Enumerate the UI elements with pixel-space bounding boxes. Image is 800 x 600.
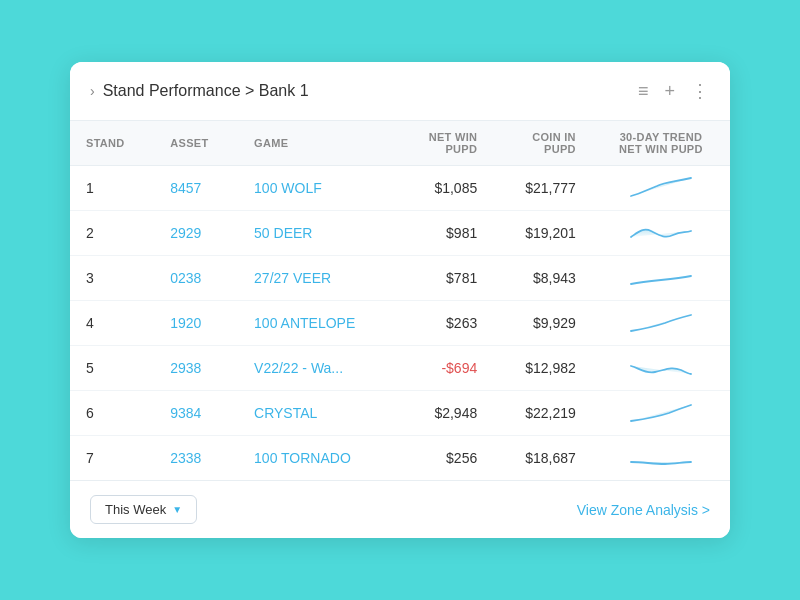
- table-row: 3 0238 27/27 VEER $781 $8,943: [70, 256, 730, 301]
- table-row: 2 2929 50 DEER $981 $19,201: [70, 211, 730, 256]
- week-filter-button[interactable]: This Week ▼: [90, 495, 197, 524]
- table-row: 7 2338 100 TORNADO $256 $18,687: [70, 436, 730, 481]
- net-win-value: $263: [397, 301, 493, 346]
- dropdown-arrow-icon: ▼: [172, 504, 182, 515]
- trend-chart: [592, 346, 730, 391]
- col-game: Game: [238, 121, 397, 166]
- col-coin-in: Coin InPUPD: [493, 121, 592, 166]
- stand-performance-card: › Stand Performance > Bank 1 ≡ + ⋮ Stand…: [70, 62, 730, 538]
- trend-chart: [592, 301, 730, 346]
- game-link[interactable]: 100 ANTELOPE: [238, 301, 397, 346]
- card-header: › Stand Performance > Bank 1 ≡ + ⋮: [70, 62, 730, 121]
- trend-chart: [592, 256, 730, 301]
- view-zone-analysis-link[interactable]: View Zone Analysis >: [577, 502, 710, 518]
- net-win-value: $256: [397, 436, 493, 481]
- coin-in-value: $8,943: [493, 256, 592, 301]
- col-trend: 30-day TrendNet Win PUPD: [592, 121, 730, 166]
- net-win-value: $2,948: [397, 391, 493, 436]
- stand-number: 2: [70, 211, 154, 256]
- net-win-value: $1,085: [397, 166, 493, 211]
- asset-link[interactable]: 2929: [154, 211, 238, 256]
- card-footer: This Week ▼ View Zone Analysis >: [70, 480, 730, 538]
- stand-number: 4: [70, 301, 154, 346]
- net-win-value: -$694: [397, 346, 493, 391]
- col-net-win: Net WinPUPD: [397, 121, 493, 166]
- coin-in-value: $12,982: [493, 346, 592, 391]
- net-win-value: $981: [397, 211, 493, 256]
- filter-icon[interactable]: ≡: [638, 81, 649, 102]
- asset-link[interactable]: 2938: [154, 346, 238, 391]
- asset-link[interactable]: 2338: [154, 436, 238, 481]
- coin-in-value: $22,219: [493, 391, 592, 436]
- stand-number: 5: [70, 346, 154, 391]
- stand-number: 6: [70, 391, 154, 436]
- coin-in-value: $19,201: [493, 211, 592, 256]
- asset-link[interactable]: 8457: [154, 166, 238, 211]
- table-row: 4 1920 100 ANTELOPE $263 $9,929: [70, 301, 730, 346]
- week-label: This Week: [105, 502, 166, 517]
- asset-link[interactable]: 1920: [154, 301, 238, 346]
- trend-chart: [592, 211, 730, 256]
- game-link[interactable]: 100 WOLF: [238, 166, 397, 211]
- asset-link[interactable]: 9384: [154, 391, 238, 436]
- add-icon[interactable]: +: [664, 81, 675, 102]
- table-row: 5 2938 V22/22 - Wa... -$694 $12,982: [70, 346, 730, 391]
- collapse-icon[interactable]: ›: [90, 83, 95, 99]
- trend-chart: [592, 436, 730, 481]
- net-win-value: $781: [397, 256, 493, 301]
- performance-table: Stand Asset Game Net WinPUPD Coin InPUPD…: [70, 121, 730, 480]
- stand-number: 7: [70, 436, 154, 481]
- trend-chart: [592, 166, 730, 211]
- stand-number: 1: [70, 166, 154, 211]
- coin-in-value: $18,687: [493, 436, 592, 481]
- stand-number: 3: [70, 256, 154, 301]
- game-link[interactable]: 50 DEER: [238, 211, 397, 256]
- coin-in-value: $21,777: [493, 166, 592, 211]
- game-link[interactable]: 100 TORNADO: [238, 436, 397, 481]
- game-link[interactable]: 27/27 VEER: [238, 256, 397, 301]
- coin-in-value: $9,929: [493, 301, 592, 346]
- header-title: › Stand Performance > Bank 1: [90, 82, 638, 100]
- col-stand: Stand: [70, 121, 154, 166]
- header-actions: ≡ + ⋮: [638, 80, 710, 102]
- game-link[interactable]: V22/22 - Wa...: [238, 346, 397, 391]
- breadcrumb: Stand Performance > Bank 1: [103, 82, 309, 100]
- table-row: 6 9384 CRYSTAL $2,948 $22,219: [70, 391, 730, 436]
- game-link[interactable]: CRYSTAL: [238, 391, 397, 436]
- more-icon[interactable]: ⋮: [691, 80, 710, 102]
- asset-link[interactable]: 0238: [154, 256, 238, 301]
- table-row: 1 8457 100 WOLF $1,085 $21,777: [70, 166, 730, 211]
- col-asset: Asset: [154, 121, 238, 166]
- trend-chart: [592, 391, 730, 436]
